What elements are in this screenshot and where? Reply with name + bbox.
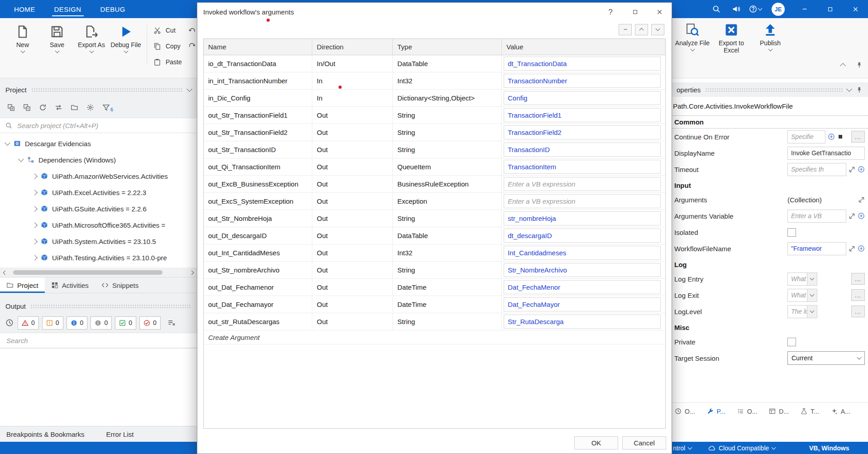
output-search-input[interactable] xyxy=(5,336,191,345)
argument-direction[interactable]: Out xyxy=(312,158,393,175)
chevron-down-icon[interactable] xyxy=(186,86,192,92)
argument-value-input[interactable]: TransactionField1 xyxy=(504,108,661,122)
cut-button[interactable]: Cut xyxy=(153,24,182,37)
property-value-input[interactable]: Specifies th xyxy=(787,163,846,176)
minimize-button[interactable] xyxy=(792,0,817,18)
tree-item[interactable]: UiPath.AmazonWebServices.Activities xyxy=(0,168,197,184)
pin-icon[interactable] xyxy=(856,62,863,68)
argument-name[interactable]: out_str_RutaDescargas xyxy=(204,313,312,330)
argument-name[interactable]: out_Str_TransactionField2 xyxy=(204,124,312,141)
argument-name[interactable]: out_ExcS_SystemException xyxy=(204,193,312,210)
tree-item[interactable]: Descargar Evidencias xyxy=(0,135,197,152)
breakpoints-panel-header[interactable]: Breakpoints & Bookmarks xyxy=(6,430,85,438)
collapse-ribbon-icon[interactable] xyxy=(840,63,846,69)
argument-type[interactable]: String xyxy=(393,262,502,278)
argument-value-input[interactable]: Config xyxy=(504,91,661,105)
chevron-right-icon[interactable] xyxy=(32,222,38,228)
delete-argument-button[interactable] xyxy=(619,24,632,35)
argument-type[interactable]: Exception xyxy=(393,193,502,210)
argument-value-input[interactable]: str_nombreHoja xyxy=(504,211,661,225)
chevron-down-icon[interactable] xyxy=(846,86,852,92)
argument-type[interactable]: Int32 xyxy=(393,244,502,261)
paste-button[interactable]: Paste xyxy=(153,55,182,69)
output-counter-info[interactable]: 0 xyxy=(67,316,88,330)
panel-tab-project[interactable]: Project xyxy=(0,277,45,293)
tree-item[interactable]: UiPath.GSuite.Activities = 2.2.6 xyxy=(0,201,197,217)
horizontal-scrollbar[interactable] xyxy=(1,269,196,276)
open-expression-icon[interactable] xyxy=(849,245,855,252)
argument-type[interactable]: QueueItem xyxy=(393,158,502,175)
add-icon[interactable] xyxy=(858,245,865,252)
property-value-input[interactable]: Invoke GetTransactio xyxy=(787,147,865,160)
argument-type[interactable]: String xyxy=(393,313,502,330)
move-down-button[interactable] xyxy=(651,24,664,35)
expand-all-icon[interactable] xyxy=(7,104,15,111)
argument-name[interactable]: out_ExcB_BusinessException xyxy=(204,176,312,192)
dropdown-caret-button[interactable] xyxy=(807,272,817,286)
argument-name[interactable]: io_dt_TransactionData xyxy=(204,55,312,72)
panel-tab-snippets[interactable]: Snippets xyxy=(95,277,145,293)
argument-type[interactable]: String xyxy=(393,124,502,141)
argument-direction[interactable]: In/Out xyxy=(312,55,393,72)
argument-value-input[interactable]: Dat_FechaMayor xyxy=(504,297,661,311)
chevron-right-icon[interactable] xyxy=(32,239,38,244)
output-panel-header[interactable]: Output xyxy=(0,299,197,313)
chevron-right-icon[interactable] xyxy=(32,255,38,261)
checkbox[interactable] xyxy=(787,338,796,346)
property-value-input[interactable]: Specifie xyxy=(787,130,825,143)
move-up-button[interactable] xyxy=(635,24,648,35)
argument-value-input[interactable]: TransactionField2 xyxy=(504,125,661,139)
argument-value-input[interactable]: Str_RutaDescarga xyxy=(504,315,661,329)
argument-type[interactable]: DataTable xyxy=(393,227,502,244)
user-avatar[interactable]: JE xyxy=(772,3,785,16)
chevron-right-icon[interactable] xyxy=(32,206,38,212)
property-value-input[interactable]: What type o xyxy=(787,289,807,302)
search-icon[interactable] xyxy=(712,5,720,13)
tree-item[interactable]: Dependencies (Windows) xyxy=(0,152,197,168)
argument-name[interactable]: out_Int_CantidadMeses xyxy=(204,244,312,261)
help-menu[interactable] xyxy=(746,5,764,13)
announcements-icon[interactable] xyxy=(732,5,740,13)
maximize-button[interactable] xyxy=(817,0,843,18)
ok-button[interactable]: OK xyxy=(574,436,618,449)
dropdown-caret-button[interactable] xyxy=(807,305,817,318)
section-header-misc[interactable]: Misc xyxy=(671,321,868,334)
section-header-common[interactable]: Common xyxy=(671,115,868,129)
copy-button[interactable]: Copy xyxy=(153,39,182,53)
publish-button[interactable]: Publish xyxy=(751,18,790,78)
property-value-input[interactable]: Enter a VB xyxy=(787,210,846,223)
scroll-right-icon[interactable] xyxy=(190,270,194,275)
create-argument-link[interactable]: Create Argument xyxy=(204,330,665,344)
argument-type[interactable]: String xyxy=(393,141,502,158)
property-value-input[interactable]: What type o xyxy=(787,272,807,286)
argument-value-input[interactable]: dt_TransactionData xyxy=(504,57,661,71)
property-value-input[interactable]: The logging xyxy=(787,305,807,318)
open-expression-icon[interactable] xyxy=(849,213,855,220)
ellipsis-button[interactable]: ... xyxy=(851,131,865,143)
argument-type[interactable]: DataTable xyxy=(393,55,502,72)
settings-gear-icon[interactable] xyxy=(86,104,94,111)
section-header-input[interactable]: Input xyxy=(671,179,868,191)
tree-item[interactable]: UiPath.MicrosoftOffice365.Activities = xyxy=(0,217,197,233)
argument-value-input[interactable]: Dat_FechaMenor xyxy=(504,280,661,294)
dock-tab-2[interactable]: O... xyxy=(737,408,758,415)
argument-direction[interactable]: In xyxy=(312,72,393,89)
tree-item[interactable]: UiPath.Excel.Activities = 2.22.3 xyxy=(0,184,197,201)
argument-type[interactable]: Dictionary<String,Object> xyxy=(393,90,502,106)
argument-direction[interactable]: Out xyxy=(312,176,393,192)
argument-type[interactable]: String xyxy=(393,210,502,227)
argument-type[interactable]: String xyxy=(393,107,502,124)
argument-name[interactable]: out_Str_NombreHoja xyxy=(204,210,312,227)
open-folder-icon[interactable] xyxy=(71,104,78,111)
source-control-status[interactable]: ntrol xyxy=(673,442,692,454)
error-list-panel-header[interactable]: Error List xyxy=(106,430,134,438)
argument-direction[interactable]: Out xyxy=(312,262,393,278)
dock-tab-4[interactable]: T... xyxy=(801,408,819,415)
collapse-all-icon[interactable] xyxy=(23,104,31,111)
argument-name[interactable]: in_int_TransactionNumber xyxy=(204,72,312,89)
argument-name[interactable]: out_Str_nombreArchivo xyxy=(204,262,312,278)
export-as-button[interactable]: Export As xyxy=(74,20,109,69)
new-button[interactable]: New xyxy=(5,20,40,69)
ribbon-tab-home[interactable]: HOME xyxy=(5,0,45,18)
argument-type[interactable]: DateTime xyxy=(393,296,502,313)
